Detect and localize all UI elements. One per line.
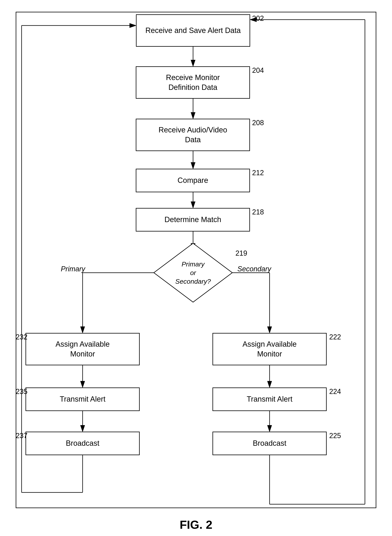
box-assign-monitor-right: Assign AvailableMonitor	[212, 333, 327, 365]
box-receive-save-alert: Receive and Save Alert Data	[136, 14, 250, 47]
ref-218: 218	[252, 208, 264, 216]
ref-235: 235	[16, 387, 28, 396]
ref-212: 212	[252, 169, 264, 177]
box-receive-monitor-def: Receive MonitorDefinition Data	[136, 66, 250, 99]
box-broadcast-left: Broadcast	[25, 432, 140, 455]
ref-237: 237	[16, 432, 28, 440]
ref-202: 202	[252, 14, 264, 23]
label-primary: Primary	[61, 265, 85, 273]
figure-label: FIG. 2	[0, 518, 392, 524]
box-broadcast-right: Broadcast	[212, 432, 327, 455]
ref-208: 208	[252, 119, 264, 127]
ref-219: 219	[235, 249, 247, 257]
ref-224: 224	[329, 387, 341, 396]
box-transmit-alert-left: Transmit Alert	[25, 387, 140, 411]
diagram-container: Receive and Save Alert Data 202 Receive …	[0, 0, 392, 536]
label-secondary: Secondary	[237, 265, 271, 273]
box-determine-match: Determine Match	[136, 208, 250, 232]
box-transmit-alert-right: Transmit Alert	[212, 387, 327, 411]
ref-232: 232	[16, 333, 28, 341]
box-compare: Compare	[136, 169, 250, 192]
ref-225: 225	[329, 432, 341, 440]
box-assign-monitor-left: Assign AvailableMonitor	[25, 333, 140, 365]
box-receive-audio-video: Receive Audio/VideoData	[136, 119, 250, 151]
ref-204: 204	[252, 66, 264, 75]
ref-222: 222	[329, 333, 341, 341]
